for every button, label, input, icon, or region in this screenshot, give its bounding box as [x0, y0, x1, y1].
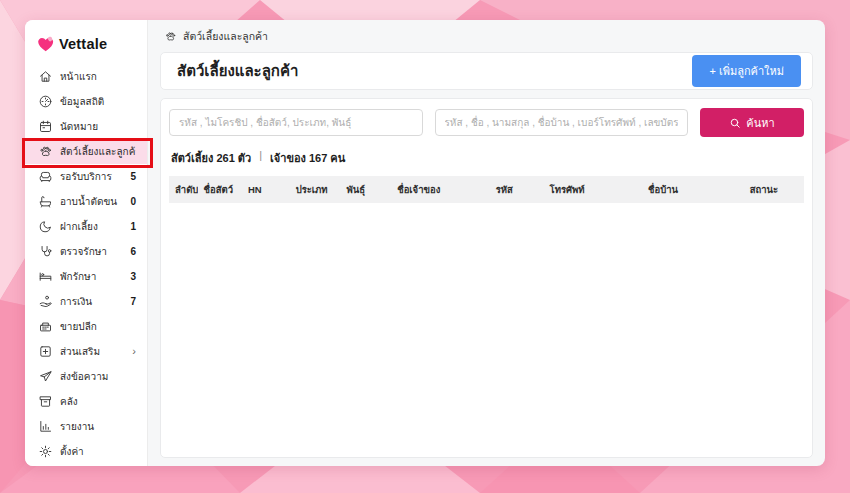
sidebar-item-label: สัตว์เลี้ยงและลูกค้า — [60, 144, 136, 159]
sidebar: Vettale หน้าแรกข้อมูลสถิตินัดหมายสัตว์เล… — [25, 20, 148, 466]
search-icon — [729, 117, 741, 129]
add-customer-button[interactable]: + เพิ่มลูกค้าใหม่ — [692, 55, 801, 87]
sidebar-item-label: ขายปลีก — [60, 319, 136, 334]
stats-row: สัตว์เลี้ยง 261 ตัว | เจ้าของ 167 คน — [171, 149, 802, 167]
content-area: สัตว์เลี้ยงและลูกค้า สัตว์เลี้ยงและลูกค้… — [148, 20, 825, 466]
search-and-table-card: ค้นหา สัตว์เลี้ยง 261 ตัว | เจ้าของ 167 … — [160, 98, 813, 458]
sidebar-item-badge: 6 — [130, 246, 136, 257]
sidebar-item-label: ตรวจรักษา — [60, 244, 130, 259]
sidebar-item-reports[interactable]: รายงาน — [25, 414, 147, 439]
stats-icon — [38, 94, 53, 109]
column-header: HN — [242, 176, 290, 203]
bathtub-icon — [38, 194, 53, 209]
sidebar-item-label: การเงิน — [60, 294, 130, 309]
sidebar-item-badge: 3 — [130, 271, 136, 282]
heart-logo-icon — [36, 34, 56, 54]
couch-icon — [38, 169, 53, 184]
page-title: สัตว์เลี้ยงและลูกค้า — [177, 59, 298, 83]
sidebar-item-settings[interactable]: ตั้งค่า — [25, 439, 147, 464]
sidebar-item-label: รอรับบริการ — [60, 169, 130, 184]
sidebar-item-retail[interactable]: ขายปลีก — [25, 314, 147, 339]
money-hand-icon — [38, 294, 53, 309]
sidebar-item-finance[interactable]: การเงิน7 — [25, 289, 147, 314]
app-logo[interactable]: Vettale — [25, 20, 147, 55]
table-header-row: ลำดับชื่อสัตว์HNประเภทพันธุ์ชื่อเจ้าของร… — [169, 176, 804, 203]
breadcrumb: สัตว์เลี้ยงและลูกค้า — [156, 20, 817, 51]
cash-register-icon — [38, 319, 53, 334]
sidebar-item-home[interactable]: หน้าแรก — [25, 64, 147, 89]
sidebar-item-examination[interactable]: ตรวจรักษา6 — [25, 239, 147, 264]
sidebar-item-label: นัดหมาย — [60, 119, 136, 134]
sidebar-item-appointments[interactable]: นัดหมาย — [25, 114, 147, 139]
sidebar-item-label: ส่วนเสริม — [60, 344, 132, 359]
calendar-icon — [38, 119, 53, 134]
sidebar-item-label: พักรักษา — [60, 269, 130, 284]
paw-icon — [38, 144, 53, 159]
sidebar-menu: หน้าแรกข้อมูลสถิตินัดหมายสัตว์เลี้ยงและล… — [25, 64, 147, 464]
search-row: ค้นหา — [169, 108, 804, 137]
sidebar-item-badge: 5 — [130, 171, 136, 182]
sidebar-item-label: ข้อมูลสถิติ — [60, 94, 136, 109]
bar-chart-icon — [38, 419, 53, 434]
sidebar-item-messages[interactable]: ส่งข้อความ — [25, 364, 147, 389]
column-header: โทรศัพท์ — [544, 176, 642, 203]
sidebar-item-label: ตั้งค่า — [60, 444, 136, 459]
search-button[interactable]: ค้นหา — [700, 108, 804, 137]
gear-icon — [38, 444, 53, 459]
pets-table: ลำดับชื่อสัตว์HNประเภทพันธุ์ชื่อเจ้าของร… — [169, 176, 804, 203]
archive-icon — [38, 394, 53, 409]
sidebar-item-inventory[interactable]: คลัง — [25, 389, 147, 414]
sidebar-item-badge: 1 — [130, 221, 136, 232]
sidebar-item-label: ฝากเลี้ยง — [60, 219, 130, 234]
sidebar-item-grooming[interactable]: อาบน้ำตัดขน0 — [25, 189, 147, 214]
send-icon — [38, 369, 53, 384]
sidebar-item-stats[interactable]: ข้อมูลสถิติ — [25, 89, 147, 114]
app-window: Vettale หน้าแรกข้อมูลสถิตินัดหมายสัตว์เล… — [25, 20, 825, 466]
sidebar-item-inpatient[interactable]: พักรักษา3 — [25, 264, 147, 289]
sidebar-item-waiting-service[interactable]: รอรับบริการ5 — [25, 164, 147, 189]
column-header: ชื่อบ้าน — [642, 176, 744, 203]
chevron-right-icon: › — [132, 346, 136, 357]
home-icon — [38, 69, 53, 84]
sidebar-item-badge: 0 — [130, 196, 136, 207]
column-header: ลำดับ — [169, 176, 198, 203]
column-header: รหัส — [490, 176, 544, 203]
sidebar-item-label: คลัง — [60, 394, 136, 409]
column-header: ชื่อสัตว์ — [198, 176, 242, 203]
sidebar-item-label: หน้าแรก — [60, 69, 136, 84]
column-header: พันธุ์ — [340, 176, 391, 203]
pets-count: สัตว์เลี้ยง 261 ตัว — [171, 149, 251, 167]
breadcrumb-label: สัตว์เลี้ยงและลูกค้า — [183, 28, 268, 45]
page-header-card: สัตว์เลี้ยงและลูกค้า + เพิ่มลูกค้าใหม่ — [160, 52, 813, 90]
column-header: สถานะ — [744, 176, 804, 203]
stethoscope-icon — [38, 244, 53, 259]
owners-count: เจ้าของ 167 คน — [270, 149, 345, 167]
sidebar-item-addons[interactable]: ส่วนเสริม› — [25, 339, 147, 364]
sidebar-item-pets-customers[interactable]: สัตว์เลี้ยงและลูกค้า — [25, 139, 147, 164]
column-header: ชื่อเจ้าของ — [391, 176, 489, 203]
sidebar-item-label: ส่งข้อความ — [60, 369, 136, 384]
plus-box-icon — [38, 344, 53, 359]
sidebar-item-boarding[interactable]: ฝากเลี้ยง1 — [25, 214, 147, 239]
search-button-label: ค้นหา — [746, 114, 774, 132]
stats-separator: | — [259, 149, 262, 167]
pet-search-input[interactable] — [169, 109, 423, 136]
owner-search-input[interactable] — [435, 109, 689, 136]
sidebar-item-label: อาบน้ำตัดขน — [60, 194, 130, 209]
sidebar-item-label: รายงาน — [60, 419, 136, 434]
bed-icon — [38, 269, 53, 284]
moon-icon — [38, 219, 53, 234]
column-header: ประเภท — [290, 176, 341, 203]
app-logo-text: Vettale — [59, 36, 107, 52]
sidebar-item-badge: 7 — [130, 296, 136, 307]
paw-icon — [164, 30, 177, 43]
